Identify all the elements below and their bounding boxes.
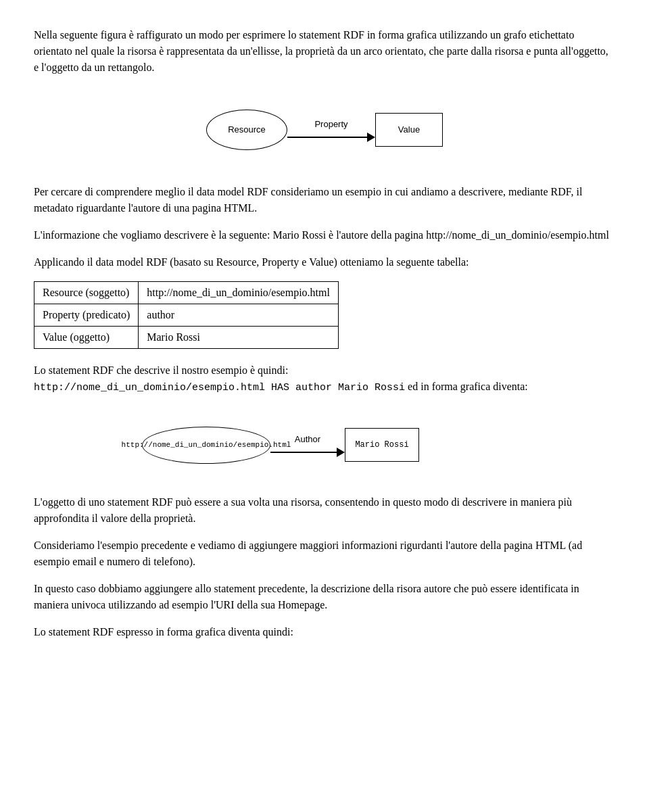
author-arrow-label: Author (295, 433, 320, 446)
diagram1: Resource Property Value (155, 96, 494, 164)
statement-suffix: ed in forma grafica diventa: (408, 381, 528, 392)
lo-statement-paragraph: Lo statement RDF espresso in forma grafi… (34, 624, 615, 640)
mario-rossi-rect: Mario Rossi (345, 428, 419, 462)
value-rect: Value (375, 113, 443, 147)
intro-paragraph: Nella seguente figura è raffigurato un m… (34, 27, 615, 76)
table-cell-property-label: Property (predicato) (34, 304, 139, 327)
info-paragraph: L'informazione che vogliamo descrivere è… (34, 227, 615, 243)
url-ellipse: http://nome_di_un_dominio/esempio.html (142, 427, 270, 464)
statement-code: http://nome_di_un_dominio/esempio.html H… (34, 382, 405, 393)
example-intro-paragraph: Per cercare di comprendere meglio il dat… (34, 184, 615, 216)
consideriamo-paragraph: Consideriamo l'esempio precedente e vedi… (34, 538, 615, 570)
applicando-paragraph: Applicando il data model RDF (basato su … (34, 254, 615, 270)
table-cell-value-value: Mario Rossi (139, 327, 339, 349)
statement-intro-text: Lo statement RDF che descrive il nostro … (34, 364, 288, 376)
table-row: Resource (soggetto) http://nome_di_un_do… (34, 282, 339, 304)
table-row: Value (oggetto) Mario Rossi (34, 327, 339, 349)
in-questo-paragraph: In questo caso dobbiamo aggiungere allo … (34, 581, 615, 613)
diagram2: http://nome_di_un_dominio/esempio.html A… (128, 416, 521, 474)
rdf-table: Resource (soggetto) http://nome_di_un_do… (34, 281, 339, 349)
resource-ellipse: Resource (206, 110, 287, 150)
author-arrow: Author (270, 433, 345, 457)
table-cell-value-label: Value (oggetto) (34, 327, 139, 349)
table-cell-resource-value: http://nome_di_un_dominio/esempio.html (139, 282, 339, 304)
table-cell-resource-label: Resource (soggetto) (34, 282, 139, 304)
statement-paragraph: Lo statement RDF che descrive il nostro … (34, 362, 615, 396)
table-row: Property (predicato) author (34, 304, 339, 327)
oggetto-paragraph: L'oggetto di uno statement RDF può esser… (34, 494, 615, 527)
property-arrow: Property (287, 118, 375, 142)
property-label: Property (314, 118, 347, 131)
table-cell-property-value: author (139, 304, 339, 327)
